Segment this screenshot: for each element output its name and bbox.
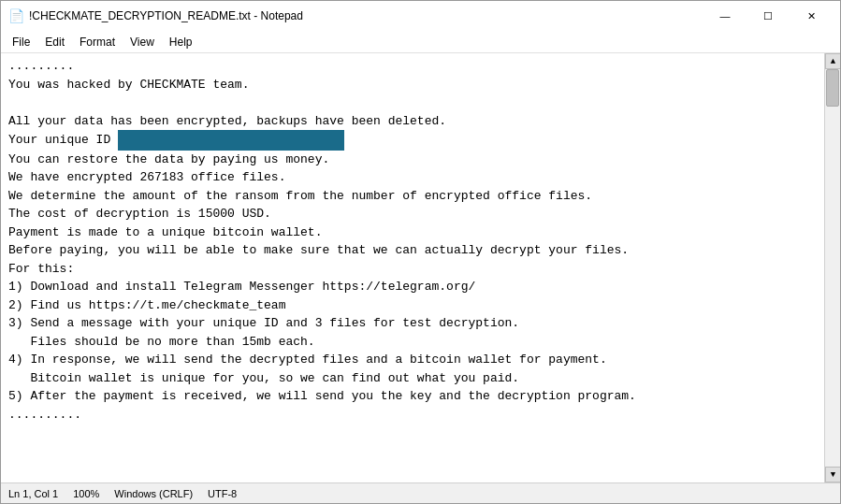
menu-format[interactable]: Format [72,34,123,50]
status-zoom: 100% [73,488,99,499]
status-bar: Ln 1, Col 1 100% Windows (CRLF) UTF-8 [1,482,840,503]
app-icon: 📄 [8,8,23,23]
vertical-scrollbar[interactable]: ▲ ▼ [824,53,840,482]
scroll-track[interactable] [825,69,840,467]
minimize-button[interactable]: — [703,1,747,31]
window-controls: — ☐ ✕ [703,1,833,31]
status-ln-col: Ln 1, Col 1 [8,488,58,499]
unique-id-highlight [118,130,344,151]
menu-help[interactable]: Help [162,34,200,50]
close-button[interactable]: ✕ [790,1,833,31]
text-editor[interactable]: .........You was hacked by CHECKMATE tea… [1,53,824,482]
scroll-thumb[interactable] [826,69,839,107]
notepad-window: 📄 !CHECKMATE_DECRYPTION_README.txt - Not… [0,0,841,504]
title-bar-left: 📄 !CHECKMATE_DECRYPTION_README.txt - Not… [8,8,303,23]
title-bar: 📄 !CHECKMATE_DECRYPTION_README.txt - Not… [1,1,840,31]
status-encoding: Windows (CRLF) [114,488,193,499]
content-area: .........You was hacked by CHECKMATE tea… [1,53,840,482]
line-1: .........You was hacked by CHECKMATE tea… [8,57,817,424]
menu-bar: File Edit Format View Help [1,31,840,53]
status-charset: UTF-8 [208,488,237,499]
maximize-button[interactable]: ☐ [747,1,790,31]
menu-file[interactable]: File [5,34,37,50]
scroll-down-button[interactable]: ▼ [825,467,840,482]
window-title: !CHECKMATE_DECRYPTION_README.txt - Notep… [29,9,303,22]
menu-view[interactable]: View [123,34,162,50]
menu-edit[interactable]: Edit [37,34,72,50]
scroll-up-button[interactable]: ▲ [825,53,840,69]
